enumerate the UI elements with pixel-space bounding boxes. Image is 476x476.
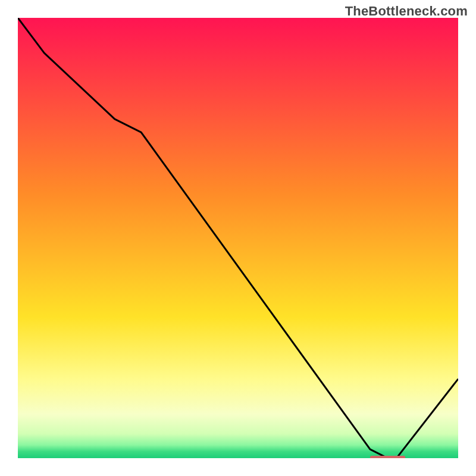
watermark-label: TheBottleneck.com [345,4,468,19]
bottleneck-chart [18,18,458,458]
gradient-background [18,18,458,458]
chart-container: { "watermark": "TheBottleneck.com", "cha… [0,0,476,476]
optimal-marker [370,456,405,458]
